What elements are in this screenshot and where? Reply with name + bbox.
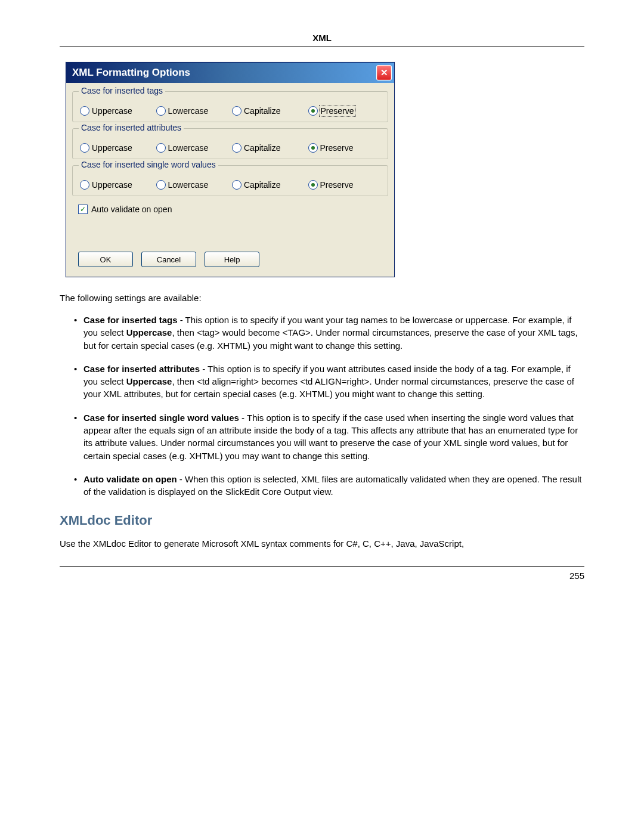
group-attributes-legend: Case for inserted attributes bbox=[79, 123, 184, 132]
radio-label: Uppercase bbox=[92, 106, 132, 116]
radio-icon bbox=[308, 143, 318, 153]
radio-attr-lowercase[interactable]: Lowercase bbox=[156, 143, 229, 153]
group-tags-legend: Case for inserted tags bbox=[79, 86, 165, 95]
group-attributes: Case for inserted attributes Uppercase L… bbox=[72, 128, 388, 159]
radio-label: Uppercase bbox=[92, 143, 132, 153]
term: Case for inserted attributes bbox=[83, 364, 200, 374]
close-icon[interactable]: ✕ bbox=[376, 65, 392, 80]
radio-label: Preserve bbox=[320, 180, 354, 190]
footer-rule bbox=[60, 566, 584, 567]
list-item: Case for inserted single word values - T… bbox=[74, 411, 584, 462]
bold: Uppercase bbox=[126, 376, 172, 386]
page-header: XML bbox=[60, 33, 584, 47]
radio-label: Capitalize bbox=[244, 143, 280, 153]
section-title-xmldoc: XMLdoc Editor bbox=[60, 513, 584, 528]
radio-val-preserve[interactable]: Preserve bbox=[308, 180, 381, 190]
radio-icon bbox=[156, 180, 166, 190]
radio-icon bbox=[80, 180, 89, 190]
list-item: Case for inserted tags - This option is … bbox=[74, 314, 584, 352]
help-button[interactable]: Help bbox=[205, 252, 259, 267]
dialog-title: XML Formatting Options bbox=[72, 67, 190, 79]
radio-icon bbox=[232, 106, 242, 116]
radio-icon bbox=[308, 180, 318, 190]
dialog-titlebar: XML Formatting Options ✕ bbox=[66, 63, 394, 83]
radio-tags-uppercase[interactable]: Uppercase bbox=[80, 106, 153, 116]
radio-label: Preserve bbox=[320, 143, 354, 153]
radio-val-capitalize[interactable]: Capitalize bbox=[232, 180, 305, 190]
checkbox-icon: ✓ bbox=[78, 205, 88, 214]
radio-icon bbox=[80, 143, 89, 153]
radio-attr-uppercase[interactable]: Uppercase bbox=[80, 143, 153, 153]
checkbox-auto-validate[interactable]: ✓ Auto validate on open bbox=[72, 202, 388, 219]
radio-tags-capitalize[interactable]: Capitalize bbox=[232, 106, 305, 116]
radio-val-lowercase[interactable]: Lowercase bbox=[156, 180, 229, 190]
group-values-legend: Case for inserted single word values bbox=[79, 160, 218, 169]
header-rule bbox=[60, 47, 584, 47]
page-number: 255 bbox=[60, 571, 584, 581]
radio-label: Lowercase bbox=[168, 106, 209, 116]
settings-list: Case for inserted tags - This option is … bbox=[60, 314, 584, 498]
radio-val-uppercase[interactable]: Uppercase bbox=[80, 180, 153, 190]
radio-attr-preserve[interactable]: Preserve bbox=[308, 143, 381, 153]
radio-icon bbox=[232, 143, 242, 153]
checkbox-label: Auto validate on open bbox=[91, 205, 172, 214]
term: Auto validate on open bbox=[83, 474, 177, 484]
group-values: Case for inserted single word values Upp… bbox=[72, 165, 388, 196]
radio-label: Uppercase bbox=[92, 180, 132, 190]
list-item: Auto validate on open - When this option… bbox=[74, 473, 584, 498]
settings-intro: The following settings are available: bbox=[60, 293, 584, 303]
list-item: Case for inserted attributes - This opti… bbox=[74, 363, 584, 401]
xml-options-dialog: XML Formatting Options ✕ Case for insert… bbox=[66, 62, 395, 277]
radio-label: Lowercase bbox=[168, 180, 209, 190]
radio-label: Capitalize bbox=[244, 106, 280, 116]
section-text: Use the XMLdoc Editor to generate Micros… bbox=[60, 537, 584, 550]
radio-label: Capitalize bbox=[244, 180, 280, 190]
radio-attr-capitalize[interactable]: Capitalize bbox=[232, 143, 305, 153]
ok-button[interactable]: OK bbox=[78, 252, 133, 267]
radio-icon bbox=[156, 143, 166, 153]
radio-label: Lowercase bbox=[168, 143, 209, 153]
radio-icon bbox=[156, 106, 166, 116]
group-tags: Case for inserted tags Uppercase Lowerca… bbox=[72, 91, 388, 122]
term: Case for inserted tags bbox=[83, 315, 178, 325]
bold: Uppercase bbox=[126, 327, 172, 337]
radio-label: Preserve bbox=[320, 106, 355, 116]
term: Case for inserted single word values bbox=[83, 413, 239, 423]
radio-tags-lowercase[interactable]: Lowercase bbox=[156, 106, 229, 116]
cancel-button[interactable]: Cancel bbox=[141, 252, 196, 267]
radio-icon bbox=[308, 106, 318, 116]
radio-icon bbox=[232, 180, 242, 190]
radio-tags-preserve[interactable]: Preserve bbox=[308, 106, 381, 116]
radio-icon bbox=[80, 106, 89, 116]
